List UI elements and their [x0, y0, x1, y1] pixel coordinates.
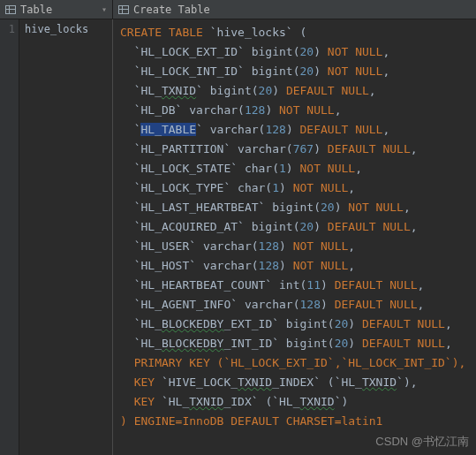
watermark: CSDN @书忆江南 — [375, 434, 469, 450]
table-icon — [5, 5, 16, 14]
ddl-tab-label: Create Table — [133, 4, 210, 16]
sql-editor[interactable]: CREATE TABLE `hive_locks` ( `HL_LOCK_EXT… — [113, 19, 476, 455]
table-dropdown[interactable]: Table ▾ — [0, 0, 113, 19]
table-dropdown-label: Table — [20, 4, 52, 16]
table-list: hive_locks — [19, 19, 112, 455]
content-area: 1 hive_locks CREATE TABLE `hive_locks` (… — [0, 19, 476, 455]
chevron-down-icon: ▾ — [102, 4, 107, 14]
row-gutter: 1 — [0, 19, 19, 455]
table-list-pane: 1 hive_locks — [0, 19, 113, 455]
table-icon — [118, 5, 129, 14]
ddl-tab[interactable]: Create Table — [113, 0, 476, 19]
pane-headers: Table ▾ Create Table — [0, 0, 476, 19]
table-row[interactable]: hive_locks — [25, 23, 107, 35]
sql-code: CREATE TABLE `hive_locks` ( `HL_LOCK_EXT… — [120, 23, 476, 431]
table-name: hive_locks — [25, 23, 88, 35]
row-number: 1 — [0, 23, 15, 35]
